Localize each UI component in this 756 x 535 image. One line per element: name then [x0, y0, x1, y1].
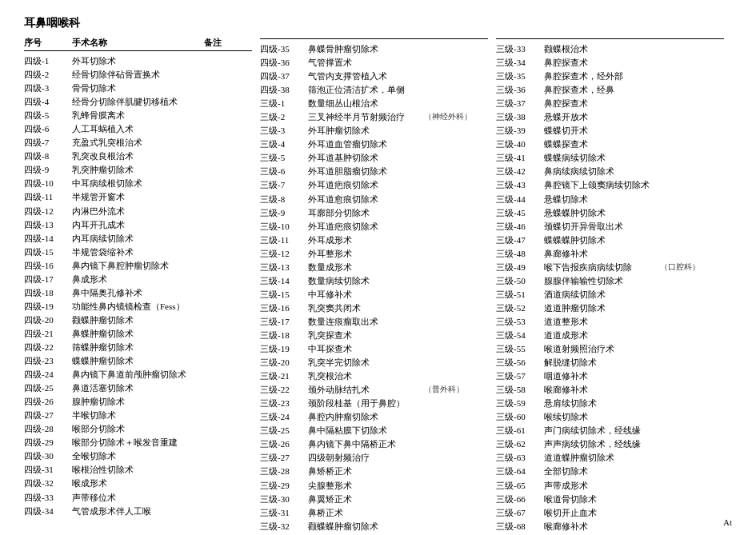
row-note	[660, 124, 724, 138]
row-note	[424, 315, 488, 329]
table-row: 三级-34鼻腔探查术	[496, 56, 724, 70]
row-seq: 三级-51	[496, 288, 544, 301]
table-row: 四级-17鼻成形术	[24, 273, 252, 286]
row-seq: 三级-67	[496, 506, 544, 520]
row-note	[188, 436, 252, 449]
table-row: 三级-17数量连痕瘤取出术	[260, 315, 488, 329]
table-row: 三级-15中耳修补术	[260, 288, 488, 301]
table-row: 三级-14数量病续切除术	[260, 274, 488, 288]
header-name-1: 手术名称	[72, 37, 204, 49]
row-note	[424, 151, 488, 165]
row-name: 内耳病续切除术	[72, 232, 188, 246]
row-note	[660, 288, 724, 301]
row-note	[424, 193, 488, 206]
row-note	[188, 395, 252, 409]
row-note	[424, 493, 488, 506]
row-seq: 三级-55	[496, 342, 544, 356]
row-name: 鼻翼矫正术	[308, 493, 424, 506]
row-seq: 三级-60	[496, 410, 544, 424]
row-name: 外耳切除术	[72, 54, 188, 68]
row-seq: 三级-46	[496, 220, 544, 234]
row-seq: 四级-24	[24, 368, 72, 381]
row-name: 筛泡正位清洁扩术，单侧	[308, 83, 424, 97]
row-note	[188, 232, 252, 246]
table-row: 三级-32颧蝶蝶肿瘤切除术	[260, 520, 488, 533]
row-note	[188, 491, 252, 505]
row-note	[188, 327, 252, 341]
row-note	[660, 493, 724, 506]
row-seq: 四级-37	[260, 70, 308, 83]
table-row: 三级-28鼻矫桥正术	[260, 465, 488, 478]
row-name: 外耳道疤痕切除术	[308, 220, 424, 234]
row-seq: 三级-68	[496, 520, 544, 533]
row-seq: 三级-48	[496, 247, 544, 261]
row-seq: 三级-49	[496, 261, 544, 274]
table-row: 四级-21鼻蝶肿瘤切除术	[24, 327, 252, 341]
row-name: 外耳道疤痕切除术	[308, 178, 424, 192]
row-note	[660, 479, 724, 493]
row-name: 气管成形术伴人工喉	[72, 505, 188, 518]
table-row: 四级-20颧蝶肿瘤切除术	[24, 313, 252, 327]
row-note	[660, 274, 724, 288]
table-row: 三级-56解脱缝切除术	[496, 356, 724, 369]
row-note	[188, 286, 252, 300]
row-seq: 三级-38	[496, 110, 544, 124]
row-seq: 四级-27	[24, 409, 72, 422]
row-note	[660, 138, 724, 151]
table-row: 三级-51酒道病续切除术	[496, 288, 724, 301]
table-row: 三级-54道道成形术	[496, 329, 724, 342]
table-row: 四级-4经骨分切除伴肌腱切移植术	[24, 95, 252, 109]
row-name: 喉廊修补术	[544, 383, 660, 397]
row-note	[188, 95, 252, 109]
row-seq: 三级-58	[496, 383, 544, 397]
row-name: 蝶蝶探查术	[544, 138, 660, 151]
row-seq: 四级-29	[24, 436, 72, 449]
row-seq: 四级-10	[24, 177, 72, 190]
table-row: 三级-48鼻廊修补术	[496, 247, 724, 261]
row-seq: 四级-20	[24, 313, 72, 327]
table-row: 三级-47蝶蝶蝶肿切除术	[496, 234, 724, 247]
row-name: 喉续切除术	[544, 410, 660, 424]
row-note	[660, 369, 724, 383]
row-seq: 三级-29	[260, 479, 308, 493]
row-seq: 四级-12	[24, 205, 72, 218]
row-note	[188, 136, 252, 150]
row-note	[660, 410, 724, 424]
row-note	[660, 451, 724, 465]
row-name: 颧蝶根治术	[544, 42, 660, 56]
row-name: 人工耳蜗植入术	[72, 122, 188, 136]
table-row: 三级-11外耳成形术	[260, 234, 488, 247]
row-name: 鼻内镜下鼻道前颅肿瘤切除术	[72, 368, 188, 381]
row-seq: 四级-18	[24, 286, 72, 300]
row-name: 鼻廊修补术	[544, 247, 660, 261]
row-name: 解脱缝切除术	[544, 356, 660, 369]
row-seq: 三级-32	[260, 520, 308, 533]
row-seq: 三级-41	[496, 151, 544, 165]
row-note	[660, 70, 724, 83]
table-row: 四级-3骨骨切除术	[24, 82, 252, 95]
row-note	[188, 341, 252, 354]
row-seq: 三级-66	[496, 493, 544, 506]
row-seq: 四级-2	[24, 68, 72, 82]
row-seq: 三级-23	[260, 397, 308, 410]
table-row: 三级-29尖腺整形术	[260, 479, 488, 493]
row-name: 鼻腔探查术，经鼻	[544, 83, 660, 97]
row-name: 充盈式乳突根治术	[72, 136, 188, 150]
table-row: 三级-27四级朝射频治疗	[260, 451, 488, 465]
row-note	[424, 520, 488, 533]
table-row: 三级-1数量细丛山根治术	[260, 97, 488, 110]
table-row: 四级-19功能性鼻内镜镜检查（Fess）	[24, 300, 252, 313]
row-note	[188, 190, 252, 204]
footer-note: At	[723, 517, 732, 527]
col3-header	[496, 37, 724, 39]
row-note	[660, 520, 724, 533]
row-seq: 四级-9	[24, 163, 72, 177]
row-name: 颧蝶肿瘤切除术	[72, 313, 188, 327]
row-name: 内淋巴外流术	[72, 205, 188, 218]
table-row: 三级-10外耳道疤痕切除术	[260, 220, 488, 234]
row-seq: 四级-1	[24, 54, 72, 68]
table-row: 四级-25鼻道活塞切除术	[24, 381, 252, 395]
row-seq: 三级-11	[260, 234, 308, 247]
row-name: 道道肿瘤切除术	[544, 301, 660, 315]
table-row: 三级-63道道蝶肿瘤切除术	[496, 451, 724, 465]
